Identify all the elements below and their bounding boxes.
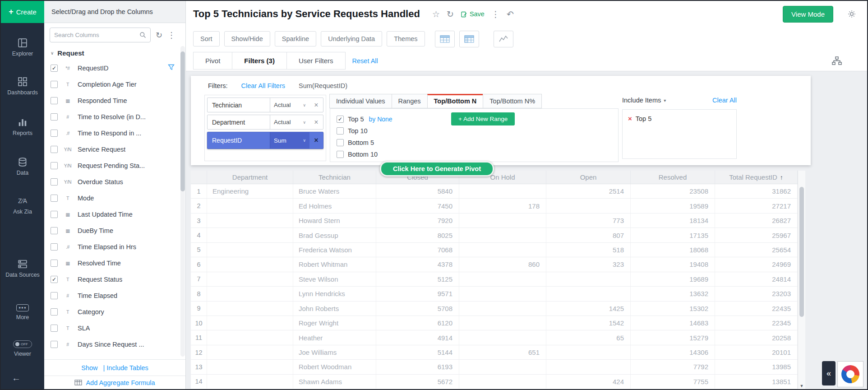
field-row[interactable]: ▦ Last Updated Time [44, 206, 185, 223]
field-row[interactable]: ▦ Resolved Time [44, 255, 185, 271]
filter-option-row[interactable]: Top 10 [337, 125, 618, 137]
field-checkbox[interactable] [51, 276, 58, 283]
column-header-department[interactable]: Department [207, 171, 293, 184]
table-view-button[interactable] [435, 31, 455, 47]
include-items-dropdown[interactable]: Include Items ▾ [622, 97, 666, 104]
add-aggregate-bar[interactable]: Add Aggregate Formula [44, 376, 185, 389]
collapse-panel-button[interactable]: « [822, 361, 836, 385]
column-header-open[interactable]: Open [546, 171, 631, 184]
sidebar-item-explorer[interactable]: Explorer [1, 38, 44, 57]
field-row[interactable]: Y/N Request Pending Sta... [44, 158, 185, 174]
option-checkbox[interactable] [337, 139, 344, 146]
tab-individual-values[interactable]: Individual Values [329, 94, 392, 108]
field-checkbox[interactable] [51, 195, 58, 202]
underlying-data-button[interactable]: Underlying Data [321, 31, 382, 46]
show-link[interactable]: Show [81, 364, 97, 371]
chip-aggregation-dropdown[interactable]: Actual∨ [270, 98, 309, 112]
include-tables-link[interactable]: | Include Tables [103, 364, 148, 371]
filter-option-row[interactable]: Bottom 10 [337, 149, 618, 160]
chart-view-button[interactable] [494, 31, 513, 47]
sparkline-button[interactable]: Sparkline [275, 31, 316, 46]
field-checkbox[interactable] [51, 292, 58, 299]
field-row[interactable]: # Time to Resolve (in D... [44, 109, 185, 125]
field-checkbox[interactable] [51, 260, 58, 267]
table-scrollbar[interactable]: ▼ [798, 171, 805, 389]
field-row[interactable]: # Time Elapsed [44, 288, 185, 304]
filter-chip-requestid[interactable]: RequestID Sum∨ × [207, 132, 323, 149]
refresh-report-icon[interactable]: ↻ [447, 10, 454, 19]
option-checkbox[interactable] [337, 127, 344, 135]
include-clear-all-link[interactable]: Clear All [712, 97, 737, 104]
show-hide-button[interactable]: Show/Hide [224, 31, 270, 46]
columns-scrollbar[interactable] [180, 46, 185, 357]
field-row[interactable]: ▦ DueBy Time [44, 223, 185, 239]
create-button[interactable]: + Create [1, 1, 44, 23]
filter-chip-technician[interactable]: Technician Actual∨ × [207, 98, 323, 112]
chip-remove-button[interactable]: × [309, 118, 323, 126]
tab-filters[interactable]: Filters (3) [232, 52, 287, 70]
themes-button[interactable]: Themes [387, 31, 425, 46]
field-checkbox[interactable] [51, 162, 58, 169]
view-mode-button[interactable]: View Mode [783, 6, 833, 23]
column-header-resolved[interactable]: Resolved [631, 171, 715, 184]
chip-remove-button[interactable]: × [309, 136, 323, 144]
option-checkbox[interactable] [337, 116, 344, 123]
tab-top-bottom-n-pct[interactable]: Top/Bottom N% [483, 94, 542, 108]
filter-chip-department[interactable]: Department Actual∨ × [207, 115, 323, 130]
filter-funnel-icon[interactable] [168, 64, 175, 72]
option-checkbox[interactable] [337, 151, 344, 158]
sidebar-item-ask-zia[interactable]: Z⁄A Ask Zia [1, 196, 44, 215]
tab-pivot[interactable]: Pivot [193, 52, 232, 70]
column-header-technician[interactable]: Technician [293, 171, 376, 184]
sidebar-item-data-sources[interactable]: Data Sources [1, 259, 44, 278]
field-row[interactable]: T Completion Age Tier [44, 76, 185, 93]
viewer-off-toggle[interactable]: OFF [13, 340, 32, 348]
field-checkbox[interactable] [51, 227, 58, 234]
sidebar-item-viewer[interactable]: OFF Viewer [1, 340, 44, 357]
field-checkbox[interactable] [51, 130, 58, 137]
field-checkbox[interactable] [51, 97, 58, 104]
add-new-range-button[interactable]: + Add New Range [451, 112, 515, 125]
field-row[interactable]: # Days Since Request ... [44, 336, 185, 353]
chip-remove-button[interactable]: × [309, 101, 323, 109]
generate-pivot-button[interactable]: Click Here to Generate Pivot [380, 161, 494, 176]
field-row[interactable]: T Category [44, 304, 185, 320]
field-row[interactable]: .# Time Elapsed in Hrs [44, 239, 185, 255]
hierarchy-icon[interactable] [832, 56, 842, 65]
chip-aggregation-dropdown[interactable]: Actual∨ [270, 115, 309, 129]
more-options-kebab-icon[interactable]: ⋮ [491, 10, 500, 19]
field-row[interactable]: .# Time to Respond in ... [44, 125, 185, 141]
field-row[interactable]: T SLA [44, 320, 185, 336]
field-row[interactable]: Y/N Overdue Status [44, 174, 185, 190]
remove-item-x-icon[interactable]: × [628, 115, 632, 122]
field-checkbox[interactable] [51, 308, 58, 316]
by-none-link[interactable]: by None [369, 116, 392, 123]
field-checkbox[interactable] [51, 113, 58, 121]
field-checkbox[interactable] [51, 81, 58, 88]
undo-icon[interactable]: ↶ [507, 10, 514, 19]
tab-ranges[interactable]: Ranges [392, 94, 428, 108]
field-row[interactable]: ▦ Responded Time [44, 93, 185, 109]
columns-scrollbar-thumb[interactable] [180, 51, 185, 191]
filter-option-row[interactable]: Bottom 5 [337, 137, 618, 149]
field-row[interactable]: *# RequestID [44, 60, 185, 76]
sidebar-item-data[interactable]: Data [1, 157, 44, 176]
chip-aggregation-dropdown[interactable]: Sum∨ [270, 132, 309, 149]
settings-gear-icon[interactable] [847, 9, 856, 19]
field-checkbox[interactable] [51, 325, 58, 332]
column-header-total[interactable]: Total RequestID ↑ [715, 171, 798, 184]
favorite-star-icon[interactable]: ☆ [432, 10, 440, 19]
clear-all-filters-link[interactable]: Clear All Filters [241, 82, 286, 89]
field-checkbox[interactable] [51, 146, 58, 153]
table-scrollbar-thumb[interactable] [799, 187, 804, 317]
field-row[interactable]: T Mode [44, 190, 185, 206]
field-checkbox[interactable] [51, 211, 58, 218]
sort-button[interactable]: Sort [193, 31, 220, 46]
reset-all-link[interactable]: Reset All [352, 57, 378, 65]
field-checkbox[interactable] [51, 178, 58, 186]
field-checkbox[interactable] [51, 341, 58, 348]
field-checkbox[interactable] [51, 243, 58, 251]
sidebar-item-reports[interactable]: Reports [1, 117, 44, 136]
columns-menu-kebab-icon[interactable]: ⋮ [167, 31, 175, 39]
search-input[interactable] [54, 32, 137, 38]
